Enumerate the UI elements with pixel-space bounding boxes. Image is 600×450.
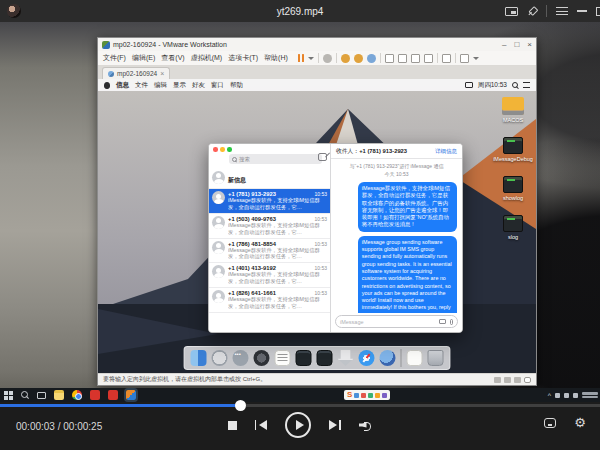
pause-dropdown-icon[interactable] (308, 57, 314, 60)
minimize-traffic-light[interactable] (220, 147, 225, 152)
menu-tabs[interactable]: 选项卡(T) (228, 53, 258, 63)
tray-expand-icon[interactable]: ^ (548, 392, 551, 399)
mac-menu-view[interactable]: 显示 (173, 81, 186, 90)
vmware-maximize-button[interactable]: □ (514, 38, 519, 51)
menu-help[interactable]: 帮助(H) (264, 53, 288, 63)
file-explorer-icon[interactable] (54, 390, 64, 400)
active-app-icon[interactable] (126, 390, 136, 400)
hard-disk-icon[interactable] (494, 377, 501, 383)
library-panel-icon[interactable] (385, 54, 394, 63)
vmware-minimize-button[interactable]: – (502, 38, 506, 51)
seek-handle[interactable] (235, 400, 246, 411)
menu-icon[interactable] (556, 7, 568, 15)
conversation-row[interactable]: +1 (781) 913-292310:53 iMessage群发软件，支持全球… (209, 189, 330, 214)
snapshot-revert-icon[interactable] (354, 54, 363, 63)
taskbar-clock[interactable] (582, 392, 598, 398)
mac-menu-file[interactable]: 文件 (135, 81, 148, 90)
console-view-icon[interactable] (442, 54, 451, 63)
taskbar-search-icon[interactable] (21, 391, 29, 399)
installer-icon[interactable] (338, 350, 354, 366)
message-bubble-icon[interactable] (524, 377, 531, 383)
mac-menu-messages[interactable]: 信息 (116, 81, 129, 90)
network-icon[interactable] (514, 377, 521, 383)
maximize-icon[interactable] (596, 7, 600, 16)
external-monitor-icon[interactable] (460, 54, 469, 63)
compose-button[interactable] (318, 153, 327, 161)
cd-icon[interactable] (504, 377, 511, 383)
messages-icon[interactable] (233, 350, 249, 366)
monitor-dropdown-icon[interactable] (473, 57, 479, 60)
thumbnail-bar-icon[interactable] (398, 54, 407, 63)
tray-icon[interactable] (564, 393, 569, 398)
display-icon[interactable] (465, 82, 473, 88)
mac-menu-window[interactable]: 窗口 (211, 81, 224, 90)
notification-center-icon[interactable] (523, 82, 530, 88)
message-input[interactable]: iMessage (335, 315, 458, 328)
vm-tab[interactable]: mp02-160924 × (102, 67, 170, 79)
vmware-close-button[interactable]: × (527, 38, 532, 51)
activity-monitor-icon[interactable] (296, 350, 312, 366)
menu-edit[interactable]: 编辑(E) (132, 53, 155, 63)
menu-view[interactable]: 查看(V) (161, 53, 184, 63)
search-input[interactable]: 搜索 (229, 154, 322, 164)
desktop-icon-imessagedebug[interactable]: iMessageDebug (496, 137, 530, 162)
conversation-row[interactable]: +1 (826) 641-166110:53 iMessage群发软件，支持全球… (209, 288, 330, 313)
pin-icon[interactable] (525, 4, 539, 18)
menu-vm[interactable]: 虚拟机(M) (191, 53, 223, 63)
minimize-icon[interactable] (577, 10, 587, 12)
tray-icon[interactable] (573, 393, 578, 398)
system-preferences-icon[interactable] (254, 350, 270, 366)
spotlight-icon[interactable] (512, 82, 518, 88)
conversation-row[interactable]: +1 (503) 409-976310:53 iMessage群发软件，支持全球… (209, 214, 330, 239)
previous-button[interactable] (255, 420, 267, 430)
camera-icon[interactable] (439, 319, 446, 324)
mac-menu-buddies[interactable]: 好友 (192, 81, 205, 90)
chat-transcript[interactable]: 与“+1 (781) 913-2923”进行 iMessage 通信 今天 10… (331, 159, 462, 313)
snapshot-take-icon[interactable] (341, 54, 350, 63)
unity-mode-icon[interactable] (424, 54, 433, 63)
trash-icon[interactable] (428, 350, 444, 366)
conversation-row[interactable]: +1 (786) 481-885410:53 iMessage群发软件，支持全球… (209, 239, 330, 264)
terminal-icon[interactable] (317, 350, 333, 366)
mac-menu-help[interactable]: 帮助 (230, 81, 243, 90)
microphone-icon[interactable] (450, 319, 453, 325)
ime-toolbar[interactable]: S (344, 390, 390, 400)
list-item-new-message[interactable]: 新信息 (209, 166, 330, 189)
system-tray[interactable]: ^ (548, 388, 598, 402)
apple-logo-icon[interactable] (104, 82, 110, 89)
zoom-traffic-light[interactable] (227, 147, 232, 152)
close-traffic-light[interactable] (213, 147, 218, 152)
conversation-row[interactable]: +1 (401) 413-919210:53 iMessage群发软件，支持全球… (209, 263, 330, 288)
mac-menu-edit[interactable]: 编辑 (154, 81, 167, 90)
pause-vm-button[interactable] (298, 54, 305, 62)
task-view-icon[interactable] (37, 392, 46, 399)
next-button[interactable] (329, 420, 341, 430)
desktop-icon-slog[interactable]: slog (496, 215, 530, 240)
mac-clock[interactable]: 周四10:53 (478, 81, 507, 90)
vm-tab-close-icon[interactable]: × (160, 70, 164, 77)
send-ctrl-alt-del-icon[interactable] (323, 54, 332, 63)
document-icon[interactable] (407, 350, 423, 366)
seek-bar[interactable] (0, 404, 600, 407)
app-red-icon[interactable] (90, 390, 100, 400)
details-button[interactable]: 详细信息 (435, 148, 457, 155)
settings-gear-icon[interactable]: ⚙ (574, 416, 586, 429)
volume-button[interactable] (359, 420, 373, 431)
app-red-icon[interactable] (108, 390, 118, 400)
tray-icon[interactable] (555, 393, 560, 398)
macos-screen[interactable]: 信息 文件 编辑 显示 好友 窗口 帮助 周四10:53 (98, 79, 536, 373)
finder-icon[interactable] (191, 350, 207, 366)
chrome-icon[interactable] (72, 390, 82, 400)
desktop-icon-showlog[interactable]: showlog (496, 176, 530, 201)
fullscreen-icon[interactable] (411, 54, 420, 63)
desktop-icon-macos[interactable]: MACOS (496, 97, 530, 123)
cast-device-icon[interactable] (544, 418, 556, 428)
launchpad-icon[interactable] (212, 350, 228, 366)
start-button[interactable] (4, 391, 13, 400)
textedit-icon[interactable] (275, 350, 291, 366)
safari-icon[interactable] (359, 350, 375, 366)
snapshot-manage-icon[interactable] (367, 54, 376, 63)
play-button[interactable] (285, 412, 311, 438)
network-app-icon[interactable] (380, 350, 396, 366)
menu-file[interactable]: 文件(F) (103, 53, 126, 63)
